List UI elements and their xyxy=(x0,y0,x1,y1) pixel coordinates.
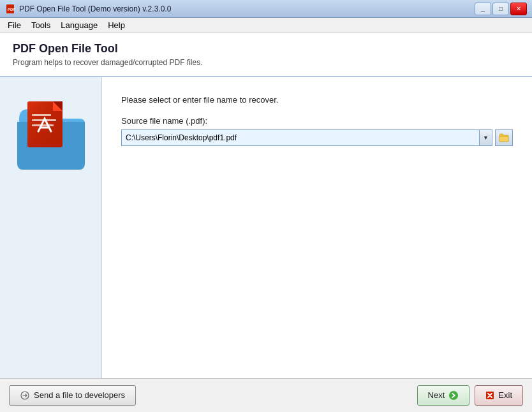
menu-language[interactable]: Language xyxy=(55,19,103,31)
exit-label: Exit xyxy=(498,390,512,400)
menu-tools[interactable]: Tools xyxy=(26,19,55,31)
dropdown-arrow[interactable]: ▼ xyxy=(479,130,492,145)
svg-text:PDF: PDF xyxy=(8,8,15,11)
menu-bar: File Tools Language Help xyxy=(0,18,532,33)
file-input-row: ▼ xyxy=(121,129,513,146)
sidebar xyxy=(0,77,102,378)
next-button[interactable]: Next xyxy=(417,385,470,406)
exit-icon xyxy=(485,391,494,400)
svg-rect-6 xyxy=(32,124,54,126)
right-buttons: Next Exit xyxy=(417,385,523,406)
minimize-button[interactable]: _ xyxy=(475,3,491,15)
send-icon xyxy=(20,391,30,400)
exit-button[interactable]: Exit xyxy=(475,385,523,406)
send-to-developers-button[interactable]: Send a file to developers xyxy=(9,385,136,406)
window-title: PDF Open File Tool (Demo version) v.2.3.… xyxy=(19,4,475,13)
svg-point-8 xyxy=(449,391,458,400)
maximize-button[interactable]: □ xyxy=(492,3,509,15)
menu-help[interactable]: Help xyxy=(103,19,130,31)
menu-file[interactable]: File xyxy=(3,19,26,31)
browse-button[interactable] xyxy=(495,129,513,146)
title-bar: PDF PDF Open File Tool (Demo version) v.… xyxy=(0,0,532,18)
svg-rect-4 xyxy=(32,114,51,116)
next-icon xyxy=(448,390,459,401)
bottom-bar: Send a file to developers Next Exit xyxy=(0,378,532,411)
folder-icon xyxy=(499,133,509,142)
main-container: Please select or enter file name to reco… xyxy=(0,77,532,378)
instruction-text: Please select or enter file name to reco… xyxy=(121,95,513,105)
header: PDF Open File Tool Program helps to reco… xyxy=(0,33,532,77)
content-panel: Please select or enter file name to reco… xyxy=(102,77,532,378)
app-title: PDF Open File Tool xyxy=(13,42,519,55)
next-label: Next xyxy=(428,390,445,400)
app-subtitle: Program helps to recover damaged/corrupt… xyxy=(13,58,519,67)
file-path-combo: ▼ xyxy=(121,129,492,146)
app-icon: PDF xyxy=(5,4,15,14)
pdf-icon xyxy=(16,96,86,173)
field-label: Source file name (.pdf): xyxy=(121,116,513,126)
close-button[interactable]: ✕ xyxy=(510,3,527,15)
file-path-input[interactable] xyxy=(122,130,479,145)
dropdown-arrow-icon: ▼ xyxy=(483,135,489,141)
send-label: Send a file to developers xyxy=(34,390,125,400)
window-controls: _ □ ✕ xyxy=(475,3,527,15)
